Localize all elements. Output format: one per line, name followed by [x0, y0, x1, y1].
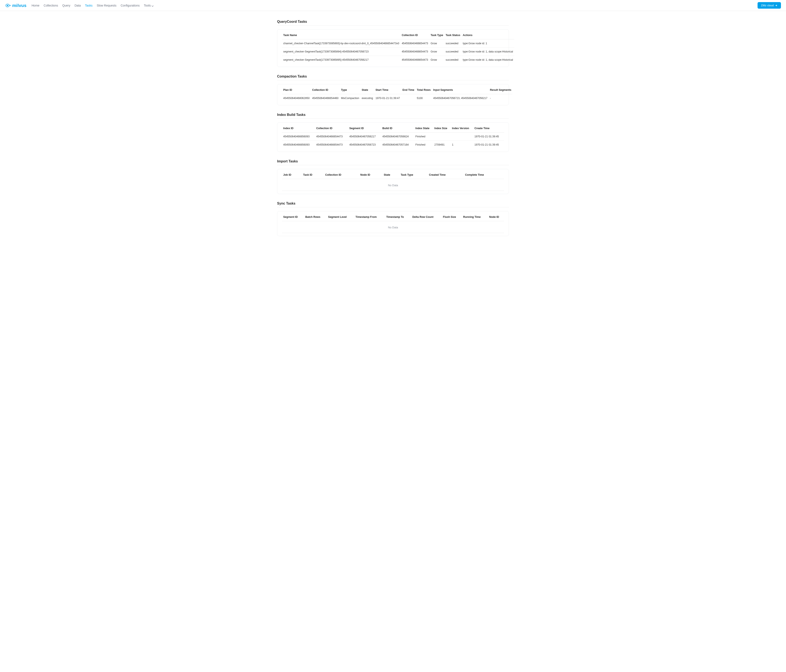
- col-input-segments: Input Segments: [432, 86, 489, 94]
- cell: succeeded: [445, 48, 462, 56]
- table-row: 454550640468062850 454550640466654460 Mi…: [282, 94, 512, 102]
- col-actions: Actions: [462, 31, 514, 39]
- nav-data[interactable]: Data: [75, 4, 81, 7]
- cell: 454550640467057164: [381, 141, 414, 149]
- table-row: segment_checker-SegmentTask[173397308589…: [282, 56, 514, 64]
- col-created-time: Created Time: [428, 170, 464, 179]
- nav-tools[interactable]: Tools: [144, 4, 154, 7]
- section-title-querycoord: QueryCoord Tasks: [277, 15, 509, 25]
- cell: 454550640466654460: [311, 94, 340, 102]
- col-segment-id: Segment ID: [282, 212, 304, 221]
- cell: channel_checker-ChannelTask[173397308589…: [282, 39, 400, 48]
- col-plan-id: Plan ID: [282, 86, 311, 94]
- main-nav: Home Collections Query Data Tasks Slow R…: [31, 4, 154, 7]
- col-complete-time: Complete Time: [464, 170, 504, 179]
- col-task-type: Task Type: [429, 31, 445, 39]
- cell: segment_checker-SegmentTask[173397308589…: [282, 48, 400, 56]
- col-timestamp-from: Timestamp From: [354, 212, 385, 221]
- cell: 454550640467056723: [348, 141, 381, 149]
- col-start-time: Start Time: [374, 86, 401, 94]
- topbar: milvus Home Collections Query Data Tasks…: [0, 0, 786, 11]
- nav-collections[interactable]: Collections: [44, 4, 58, 7]
- cell: type:Grow node id: 1, data scope:Histori…: [462, 48, 514, 56]
- cell: 5100: [415, 94, 432, 102]
- col-collection-id: Collection ID: [400, 31, 429, 39]
- cell: 1970-01-21 01:39:47: [374, 94, 401, 102]
- col-timestamp-to: Timestamp To: [385, 212, 411, 221]
- cell: 454550640466656093: [282, 141, 315, 149]
- chevron-down-icon: [151, 5, 154, 6]
- col-index-size: Index Size: [433, 124, 451, 132]
- table-header-row: Task Name Collection ID Task Type Task S…: [282, 31, 514, 39]
- cell: 454550640466654473: [315, 141, 348, 149]
- cell: 1970-01-21 01:39:45: [473, 132, 504, 141]
- sync-no-data: No Data: [282, 221, 504, 231]
- zilliz-cloud-button[interactable]: Zilliz cloud: [758, 2, 781, 9]
- table-row: 454550640466656093 454550640466654473 45…: [282, 141, 504, 149]
- cell: 454550640466654473: [400, 39, 429, 48]
- logo-text: milvus: [12, 3, 27, 8]
- compaction-card: Plan ID Collection ID Type State Start T…: [277, 84, 509, 105]
- nav-configurations[interactable]: Configurations: [121, 4, 140, 7]
- logo[interactable]: milvus: [5, 3, 27, 8]
- nav-home[interactable]: Home: [31, 4, 39, 7]
- col-state: State: [360, 86, 374, 94]
- querycoord-card: Task Name Collection ID Task Type Task S…: [277, 29, 509, 67]
- indexbuild-table: Index ID Collection ID Segment ID Build …: [282, 124, 504, 149]
- table-row: 454550640466656093 454550640466654473 45…: [282, 132, 504, 141]
- col-node-id: Node ID: [359, 170, 383, 179]
- col-task-id: Task ID: [302, 170, 324, 179]
- cell: 454550640467056624: [381, 132, 414, 141]
- querycoord-table: Task Name Collection ID Task Type Task S…: [282, 31, 514, 64]
- cell: 454550640468062850: [282, 94, 311, 102]
- col-task-status: Task Status: [445, 31, 462, 39]
- indexbuild-card: Index ID Collection ID Segment ID Build …: [277, 122, 509, 152]
- import-table: Job ID Task ID Collection ID Node ID Sta…: [282, 170, 504, 179]
- col-collection-id: Collection ID: [311, 86, 340, 94]
- cell: Finished: [414, 132, 433, 141]
- arrow-right-icon: [775, 4, 778, 7]
- section-title-indexbuild: Index Build Tasks: [277, 108, 509, 119]
- svg-point-0: [7, 5, 8, 6]
- cell: 454550640466654473: [400, 56, 429, 64]
- table-row: segment_checker-SegmentTask[173397308589…: [282, 48, 514, 56]
- cell: MixCompaction: [340, 94, 360, 102]
- col-result-segments: Result Segments: [489, 86, 512, 94]
- cell: -: [489, 94, 512, 102]
- cell: [451, 132, 473, 141]
- cell: 454550640467056723, 454550640467056217: [432, 94, 489, 102]
- cell: succeeded: [445, 39, 462, 48]
- nav-slow-requests[interactable]: Slow Requests: [97, 4, 116, 7]
- milvus-logo-icon: [5, 3, 11, 8]
- nav-tasks[interactable]: Tasks: [85, 4, 93, 7]
- col-batch-rows: Batch Rows: [304, 212, 327, 221]
- col-task-name: Task Name: [282, 31, 400, 39]
- nav-query[interactable]: Query: [62, 4, 71, 7]
- col-index-id: Index ID: [282, 124, 315, 132]
- cell: 1970-01-21 01:39:45: [473, 141, 504, 149]
- col-flush-size: Flush Size: [442, 212, 462, 221]
- sync-table: Segment ID Batch Rows Segment Level Time…: [282, 212, 504, 221]
- col-state: State: [382, 170, 399, 179]
- sync-card: Segment ID Batch Rows Segment Level Time…: [277, 211, 509, 236]
- cell: 454550640467056217: [348, 132, 381, 141]
- section-title-sync: Sync Tasks: [277, 197, 509, 207]
- cell: Grow: [429, 48, 445, 56]
- cell: 1: [451, 141, 473, 149]
- col-segment-id: Segment ID: [348, 124, 381, 132]
- cell: [401, 94, 415, 102]
- col-build-id: Build ID: [381, 124, 414, 132]
- table-row: channel_checker-ChannelTask[173397308589…: [282, 39, 514, 48]
- cell: Grow: [429, 56, 445, 64]
- cell: type:Grow node id: 1, data scope:Histori…: [462, 56, 514, 64]
- table-header-row: Plan ID Collection ID Type State Start T…: [282, 86, 512, 94]
- topbar-left: milvus Home Collections Query Data Tasks…: [5, 3, 154, 8]
- import-card: Job ID Task ID Collection ID Node ID Sta…: [277, 169, 509, 194]
- col-node-id: Node ID: [488, 212, 504, 221]
- table-header-row: Job ID Task ID Collection ID Node ID Sta…: [282, 170, 504, 179]
- section-title-compaction: Compaction Tasks: [277, 70, 509, 80]
- cell: 454550640466654473: [400, 48, 429, 56]
- col-end-time: End Time: [401, 86, 415, 94]
- col-total-rows: Total Rows: [415, 86, 432, 94]
- cell: type:Grow node id: 1: [462, 39, 514, 48]
